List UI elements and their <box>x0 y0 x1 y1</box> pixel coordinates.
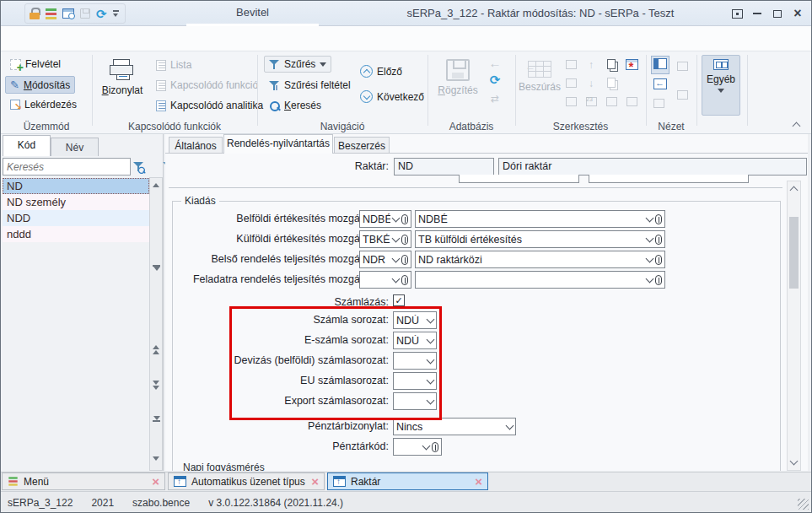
mozgasnem-name-combo[interactable]: TB külföldi értékesítés <box>415 230 665 248</box>
paperclip-icon[interactable] <box>401 214 408 224</box>
bottom-tab-menu[interactable]: Menü × <box>2 472 165 490</box>
kovetkezo-button[interactable]: Következő <box>355 88 429 105</box>
chevron-down-icon[interactable] <box>392 234 401 242</box>
mozgasnem-name-combo[interactable]: NDBÉ <box>415 210 665 228</box>
szamla-sorozat-combo[interactable]: NDÚ <box>393 311 437 329</box>
lekerdezes-button[interactable]: Lekérdezés <box>5 96 82 113</box>
eu-szamlasorozat-combo[interactable] <box>393 372 437 390</box>
tab-kod[interactable]: Kód <box>3 135 51 156</box>
elozo-button[interactable]: Előző <box>355 62 407 80</box>
chevron-down-icon[interactable] <box>392 274 401 283</box>
mozgasnem-code-combo[interactable]: NDBÉ <box>359 210 411 228</box>
tab-beszerzes[interactable]: Beszerzés <box>334 137 390 154</box>
scroll-top-marker-icon[interactable] <box>153 265 160 271</box>
list-item[interactable]: nddd <box>3 226 149 242</box>
list-item[interactable]: NDD <box>3 210 149 226</box>
copy-icon[interactable] <box>605 57 618 70</box>
tab-nev[interactable]: Név <box>51 138 99 156</box>
chevron-down-icon[interactable] <box>506 421 514 429</box>
paperclip-icon[interactable] <box>401 275 408 285</box>
list-item[interactable]: ND <box>3 178 149 194</box>
raktar-code-field[interactable]: ND <box>394 158 494 176</box>
paperclip-icon[interactable] <box>432 442 438 452</box>
devizas-szamlasorozat-combo[interactable] <box>393 352 437 370</box>
chevron-down-icon[interactable] <box>427 355 435 364</box>
paperclip-icon[interactable] <box>401 255 408 265</box>
paperclip-icon[interactable] <box>655 214 662 224</box>
pencil-icon: ✎ <box>10 78 19 91</box>
bottom-tab-raktar[interactable]: Raktár × <box>327 472 488 490</box>
chevron-down-icon[interactable] <box>427 375 435 384</box>
search-input[interactable] <box>3 158 131 176</box>
maximize-button[interactable] <box>769 6 786 21</box>
paperclip-icon[interactable] <box>401 235 408 245</box>
paperclip-icon[interactable] <box>655 275 662 285</box>
chevron-down-icon[interactable] <box>427 315 435 323</box>
raktar-name-field[interactable]: Dóri raktár <box>498 158 807 176</box>
scrollbar-thumb[interactable] <box>789 217 799 289</box>
db-refresh-icon[interactable]: ⟳ <box>488 73 502 86</box>
lock-icon[interactable] <box>30 8 40 19</box>
kereses-button[interactable]: Keresés <box>264 97 326 114</box>
qat-dropdown-icon[interactable] <box>113 9 121 18</box>
felvetel-button[interactable]: Felvétel <box>5 56 66 73</box>
ribbon-collapse-icon[interactable] <box>793 122 801 131</box>
resize-grip[interactable] <box>798 499 809 510</box>
modositas-button[interactable]: ✎ Módosítás <box>5 76 75 94</box>
mozgasnem-code-combo[interactable]: TBKÉ <box>359 230 411 248</box>
close-tab-icon[interactable]: × <box>475 475 482 488</box>
chevron-down-icon[interactable] <box>422 441 431 450</box>
close-button[interactable]: × <box>789 6 806 21</box>
menu-layers-icon[interactable] <box>46 8 56 11</box>
close-tab-icon[interactable]: × <box>311 475 319 488</box>
bottom-tab-automatikus-uzenet-tipus[interactable]: Automatikus üzenet típus × <box>168 472 325 490</box>
chevron-down-icon[interactable] <box>646 254 654 262</box>
minimize-button[interactable] <box>749 6 766 21</box>
mozgasnem-code-combo[interactable]: NDR <box>359 251 411 268</box>
scroll-down-icon[interactable] <box>790 457 799 466</box>
list-scrollbar[interactable] <box>149 177 163 471</box>
szures-button[interactable]: Szűrés <box>264 56 331 73</box>
chevron-down-icon[interactable] <box>427 396 435 404</box>
szuresi-feltetel-button[interactable]: Szűrési feltétel <box>264 77 356 94</box>
new-window-icon[interactable] <box>625 58 638 71</box>
mozgasnem-name-combo[interactable]: ND raktárközi <box>415 251 665 268</box>
scroll-up-icon[interactable] <box>790 186 799 195</box>
fullscreen-button[interactable] <box>729 6 745 21</box>
chevron-down-icon[interactable] <box>392 213 401 222</box>
e-szamla-sorozat-combo[interactable]: NDÚ <box>393 332 437 349</box>
kapcsolodo-analitika-button[interactable]: Kapcsolódó analitika <box>151 97 268 114</box>
szamlazas-checkbox[interactable]: ✓ <box>393 294 405 306</box>
chevron-down-icon[interactable] <box>646 234 654 242</box>
panel-collapse-button[interactable] <box>652 77 669 94</box>
paperclip-icon[interactable] <box>655 235 662 245</box>
egyeb-button[interactable]: Egyéb <box>702 55 740 116</box>
refresh-icon[interactable]: ⟳ <box>96 8 107 20</box>
context-tab-bevitel[interactable]: Bevitel <box>186 6 319 19</box>
scroll-page-down-icon[interactable] <box>153 381 159 390</box>
bizonylat-button[interactable]: Bizonylat <box>99 55 146 114</box>
mozgasnem-code-combo[interactable] <box>359 271 411 289</box>
penztarbizonylat-combo[interactable]: Nincs <box>393 418 516 435</box>
scroll-bottom-marker-icon[interactable] <box>153 416 160 422</box>
chevron-down-icon[interactable] <box>646 274 654 283</box>
filter-search-icon[interactable] <box>133 161 144 172</box>
chevron-down-icon[interactable] <box>646 213 654 222</box>
form-scrollbar[interactable] <box>787 181 801 471</box>
export-szamlasorozat-combo[interactable] <box>393 392 437 410</box>
save-icon[interactable] <box>80 8 90 19</box>
scroll-up-icon[interactable] <box>153 183 159 187</box>
scroll-page-up-icon[interactable] <box>153 345 159 354</box>
mozgasnem-name-combo[interactable] <box>415 271 665 289</box>
window-search-icon[interactable] <box>62 8 74 19</box>
penztarkod-combo[interactable] <box>393 438 442 456</box>
chevron-down-icon[interactable] <box>392 254 401 262</box>
close-tab-icon[interactable]: × <box>152 475 159 488</box>
paperclip-icon[interactable] <box>655 255 662 265</box>
panel-layout-button[interactable] <box>651 56 669 74</box>
chevron-down-icon[interactable] <box>427 335 435 343</box>
scroll-down-icon[interactable] <box>153 456 159 461</box>
list-item[interactable]: ND személy <box>3 194 149 210</box>
tab-rendeles-nyilvantartas[interactable]: Rendelés-nyilvántartás <box>223 134 333 154</box>
tab-altalanos[interactable]: Általános <box>169 137 223 154</box>
